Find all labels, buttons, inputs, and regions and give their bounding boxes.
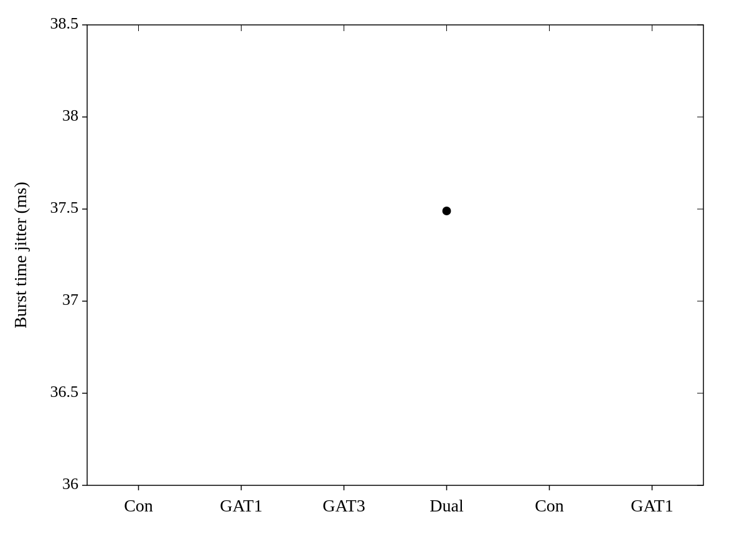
- svg-text:GAT3: GAT3: [322, 496, 365, 515]
- svg-text:GAT1: GAT1: [220, 496, 262, 515]
- svg-text:38.5: 38.5: [50, 14, 79, 32]
- svg-text:Con: Con: [535, 496, 564, 515]
- svg-text:37.5: 37.5: [50, 198, 79, 217]
- svg-text:Con: Con: [124, 496, 153, 515]
- chart-container: 3636.53737.53838.5ConGAT1GAT3DualConGAT1…: [0, 0, 747, 560]
- svg-text:Burst time jitter (ms): Burst time jitter (ms): [11, 182, 30, 329]
- scatter-plot: 3636.53737.53838.5ConGAT1GAT3DualConGAT1…: [0, 0, 747, 560]
- svg-text:37: 37: [62, 291, 78, 309]
- svg-text:38: 38: [62, 106, 78, 124]
- svg-text:Dual: Dual: [430, 496, 464, 515]
- svg-point-38: [443, 207, 451, 215]
- svg-text:GAT1: GAT1: [631, 496, 673, 515]
- svg-text:36.5: 36.5: [50, 383, 79, 401]
- svg-rect-0: [87, 25, 703, 485]
- svg-text:36: 36: [62, 475, 78, 493]
